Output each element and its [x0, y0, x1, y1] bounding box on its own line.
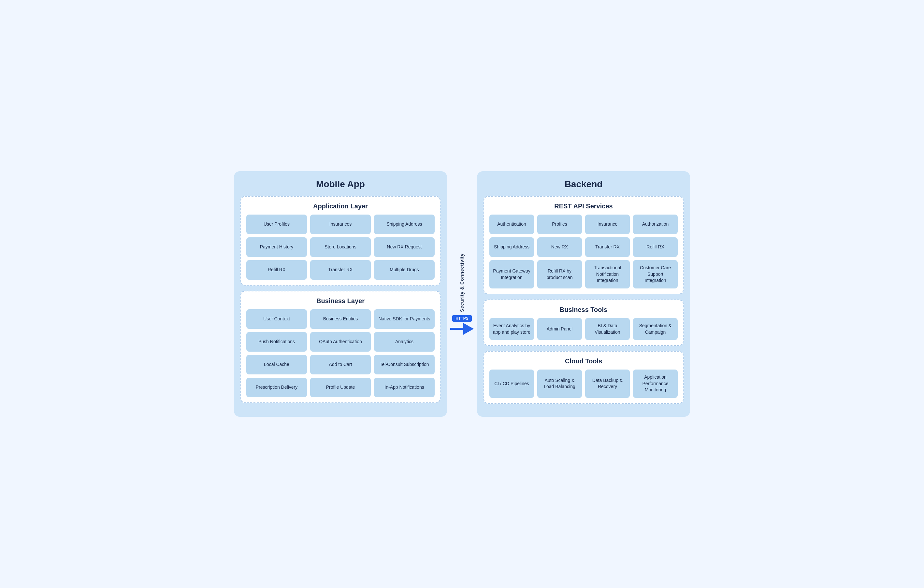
card-new-rx-request: New RX Request [374, 237, 435, 257]
card-multiple-drugs: Multiple Drugs [374, 260, 435, 280]
business-tools-title: Business Tools [489, 306, 678, 313]
card-transfer-rx-api: Transfer RX [585, 237, 630, 257]
business-tools-box: Business Tools Event Analytics by app an… [483, 300, 683, 346]
card-profiles: Profiles [537, 214, 582, 234]
cloud-tools-title: Cloud Tools [489, 357, 678, 365]
card-payment-gateway: Payment Gateway Integration [489, 260, 534, 288]
card-payment-history: Payment History [246, 237, 307, 257]
card-tel-consult: Tel-Consult Subscription [374, 355, 435, 374]
card-qauth: QAuth Authentication [310, 332, 371, 352]
card-refill-rx-app: Refill RX [246, 260, 307, 280]
card-transactional-notification: Transactional Notification Integration [585, 260, 630, 288]
card-transfer-rx-app: Transfer RX [310, 260, 371, 280]
card-customer-care: Customer Care Support Integration [633, 260, 678, 288]
card-user-profiles: User Profiles [246, 214, 307, 234]
card-user-context: User Context [246, 309, 307, 329]
cloud-tools-box: Cloud Tools CI / CD Pipelines Auto Scali… [483, 351, 683, 404]
rest-api-title: REST API Services [489, 203, 678, 210]
card-authentication: Authentication [489, 214, 534, 234]
application-layer-grid: User Profiles Insurances Shipping Addres… [246, 214, 435, 280]
arrow-head [463, 323, 474, 335]
business-layer-grid: User Context Business Entities Native SD… [246, 309, 435, 397]
card-app-performance: Application Performance Monitoring [633, 369, 678, 398]
card-local-cache: Local Cache [246, 355, 307, 374]
middle-connector: Security & Connectivity HTTPS [447, 171, 477, 417]
mobile-app-title: Mobile App [241, 179, 441, 189]
card-refill-rx-scan: Refill RX by product scan [537, 260, 582, 288]
application-layer-box: Application Layer User Profiles Insuranc… [241, 196, 441, 285]
card-business-entities: Business Entities [310, 309, 371, 329]
security-label: Security & Connectivity [459, 253, 465, 312]
rest-api-box: REST API Services Authentication Profile… [483, 196, 683, 294]
https-badge: HTTPS [452, 315, 472, 322]
card-auto-scaling: Auto Scaling & Load Balancing [537, 369, 582, 398]
business-layer-box: Business Layer User Context Business Ent… [241, 291, 441, 403]
card-authorization: Authorization [633, 214, 678, 234]
cloud-tools-grid: CI / CD Pipelines Auto Scaling & Load Ba… [489, 369, 678, 398]
card-new-rx-api: New RX [537, 237, 582, 257]
card-analytics-app: Analytics [374, 332, 435, 352]
business-tools-grid: Event Analytics by app and play store Ad… [489, 318, 678, 340]
arrow-shaft [450, 328, 463, 330]
rest-api-grid: Authentication Profiles Insurance Author… [489, 214, 678, 288]
card-inapp-notifications: In-App Notifications [374, 378, 435, 397]
card-add-to-cart: Add to Cart [310, 355, 371, 374]
card-ci-cd: CI / CD Pipelines [489, 369, 534, 398]
card-shipping-address-app: Shipping Address [374, 214, 435, 234]
diagram-wrapper: Mobile App Application Layer User Profil… [234, 171, 690, 417]
https-arrow: HTTPS [450, 315, 474, 335]
card-profile-update: Profile Update [310, 378, 371, 397]
card-native-sdk: Native SDK for Payments [374, 309, 435, 329]
application-layer-title: Application Layer [246, 203, 435, 210]
card-bi-data: BI & Data Visualization [585, 318, 630, 340]
card-event-analytics: Event Analytics by app and play store [489, 318, 534, 340]
backend-section: Backend REST API Services Authentication… [477, 171, 690, 417]
card-prescription-delivery: Prescription Delivery [246, 378, 307, 397]
card-admin-panel: Admin Panel [537, 318, 582, 340]
business-layer-title: Business Layer [246, 297, 435, 305]
card-shipping-address-api: Shipping Address [489, 237, 534, 257]
card-insurance-api: Insurance [585, 214, 630, 234]
mobile-app-section: Mobile App Application Layer User Profil… [234, 171, 447, 417]
card-segmentation: Segmentation & Campaign [633, 318, 678, 340]
card-data-backup: Data Backup & Recovery [585, 369, 630, 398]
card-refill-rx-api: Refill RX [633, 237, 678, 257]
card-insurances: Insurances [310, 214, 371, 234]
card-push-notifications: Push Notifications [246, 332, 307, 352]
backend-title: Backend [483, 179, 683, 189]
card-store-locations: Store Locations [310, 237, 371, 257]
